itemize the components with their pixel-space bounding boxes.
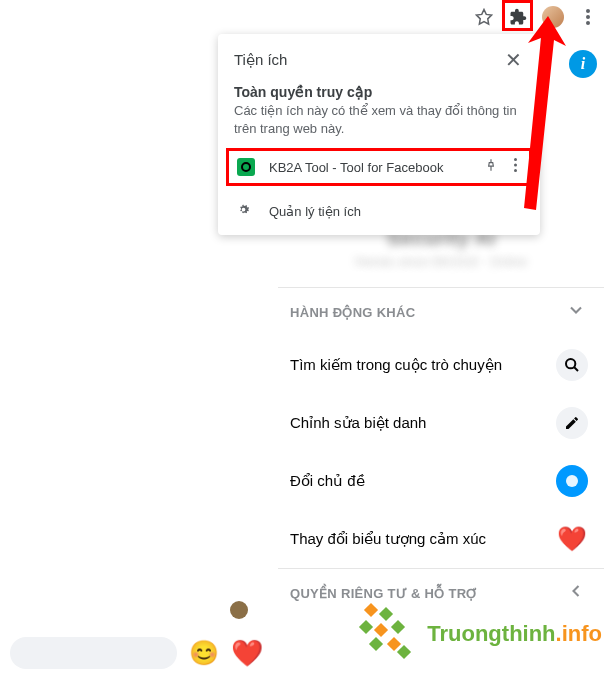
profile-avatar-icon[interactable]: [542, 6, 564, 28]
manage-extensions-link[interactable]: Quản lý tiện ích: [218, 194, 540, 229]
popup-title: Tiện ích: [234, 51, 287, 69]
svg-rect-7: [364, 603, 378, 617]
svg-rect-13: [387, 637, 401, 651]
svg-point-2: [586, 21, 590, 25]
extension-name: KB2A Tool - Tool for Facebook: [269, 160, 472, 175]
browser-toolbar: [460, 0, 612, 34]
theme-color-icon: [556, 465, 588, 497]
watermark: Truongthinh.info: [351, 597, 602, 671]
section-title: HÀNH ĐỘNG KHÁC: [290, 305, 415, 320]
svg-point-6: [566, 359, 575, 368]
extension-item[interactable]: KB2A Tool - Tool for Facebook: [226, 148, 532, 186]
edit-icon: [556, 407, 588, 439]
pin-icon[interactable]: [472, 158, 510, 176]
change-theme[interactable]: Đổi chủ đề: [278, 452, 604, 510]
extension-app-icon: [237, 158, 255, 176]
section-other-actions[interactable]: HÀNH ĐỘNG KHÁC: [278, 287, 604, 336]
svg-rect-10: [374, 623, 388, 637]
svg-point-5: [514, 169, 517, 172]
extensions-icon[interactable]: [508, 7, 528, 27]
svg-point-1: [586, 15, 590, 19]
browser-menu-icon[interactable]: [578, 7, 598, 27]
close-icon[interactable]: ✕: [503, 48, 524, 72]
search-icon: [556, 349, 588, 381]
send-heart-icon[interactable]: ❤️: [231, 638, 263, 669]
more-icon[interactable]: [510, 158, 521, 176]
popup-description: Các tiện ích này có thể xem và thay đổi …: [218, 102, 540, 148]
search-in-conversation[interactable]: Tìm kiếm trong cuộc trò chuyện: [278, 336, 604, 394]
watermark-logo-icon: [351, 597, 421, 671]
svg-rect-9: [359, 620, 373, 634]
manage-extensions-label: Quản lý tiện ích: [269, 204, 361, 219]
action-label: Chỉnh sửa biệt danh: [290, 414, 426, 432]
action-label: Thay đổi biểu tượng cảm xúc: [290, 530, 486, 548]
edit-nickname[interactable]: Chỉnh sửa biệt danh: [278, 394, 604, 452]
svg-point-4: [514, 164, 517, 167]
emoji-picker-icon[interactable]: 😊: [189, 639, 219, 667]
action-label: Đổi chủ đề: [290, 472, 365, 490]
svg-rect-12: [369, 637, 383, 651]
svg-point-0: [586, 9, 590, 13]
svg-point-3: [514, 158, 517, 161]
popup-subtitle: Toàn quyền truy cập: [218, 80, 540, 102]
chat-contact-sub: friends since 09/2018 · Online: [318, 254, 564, 269]
gear-icon: [236, 202, 251, 221]
chevron-down-icon: [566, 300, 586, 324]
extensions-popup: Tiện ích ✕ Toàn quyền truy cập Các tiện …: [218, 34, 540, 235]
message-input[interactable]: [10, 637, 177, 669]
svg-rect-8: [379, 607, 393, 621]
svg-rect-11: [391, 620, 405, 634]
watermark-text: Truongthinh.info: [427, 621, 602, 647]
svg-rect-14: [397, 645, 411, 659]
contact-avatar: [230, 601, 248, 619]
bookmark-star-icon[interactable]: [474, 7, 494, 27]
action-label: Tìm kiếm trong cuộc trò chuyện: [290, 356, 502, 374]
change-emoji[interactable]: Thay đổi biểu tượng cảm xúc ❤️: [278, 510, 604, 568]
info-badge-icon[interactable]: i: [569, 50, 597, 78]
heart-icon: ❤️: [556, 523, 588, 555]
